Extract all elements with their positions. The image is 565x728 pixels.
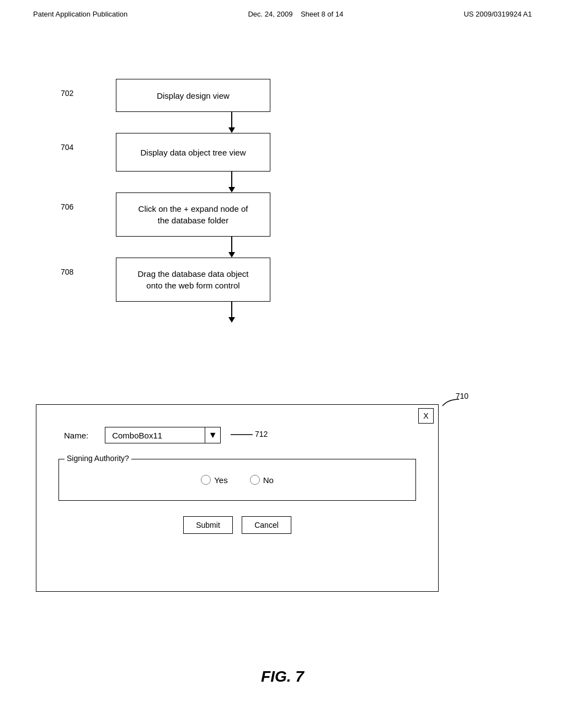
box-702: Display design view xyxy=(116,79,270,112)
box-704: Display data object tree view xyxy=(116,133,270,172)
name-row: Name: ComboBox11 ▼ 712 xyxy=(64,427,438,443)
label-712-line: 712 xyxy=(231,429,264,440)
arrow-4 xyxy=(193,302,270,323)
label-702: 702 xyxy=(61,89,73,98)
node-706-container: 706 Click on the + expand node ofthe dat… xyxy=(99,192,270,237)
header-middle: Dec. 24, 2009 Sheet 8 of 14 xyxy=(248,10,343,18)
combobox-container: ComboBox11 ▼ xyxy=(105,427,221,443)
no-radio[interactable] xyxy=(250,475,260,485)
submit-button[interactable]: Submit xyxy=(183,516,233,534)
node-704-container: 704 Display data object tree view xyxy=(99,133,270,172)
no-radio-label[interactable]: No xyxy=(250,475,274,485)
arrow-1 xyxy=(193,112,270,133)
combobox-dropdown-btn[interactable]: ▼ xyxy=(205,427,220,443)
label-712-text: 712 xyxy=(255,430,268,438)
box-708-text: Drag the database data objectonto the we… xyxy=(138,268,249,291)
figure-caption: FIG. 7 xyxy=(261,668,304,686)
label-712: 712 xyxy=(231,429,264,442)
main-content: 702 Display design view 704 Display data… xyxy=(0,18,565,719)
page-header: Patent Application Publication Dec. 24, … xyxy=(0,0,565,18)
signing-authority-section: Signing Authority? Yes No xyxy=(58,459,416,501)
label-706: 706 xyxy=(61,202,73,211)
radio-group: Yes No xyxy=(70,469,404,490)
header-right: US 2009/0319924 A1 xyxy=(463,10,532,18)
label-704: 704 xyxy=(61,143,73,152)
box-706: Click on the + expand node ofthe databas… xyxy=(116,192,270,237)
arrow-3 xyxy=(193,237,270,258)
sheet-info: Sheet 8 of 14 xyxy=(301,10,343,18)
node-708-container: 708 Drag the database data objectonto th… xyxy=(99,258,270,302)
yes-radio-label[interactable]: Yes xyxy=(201,475,227,485)
button-row: Submit Cancel xyxy=(36,516,438,534)
yes-radio[interactable] xyxy=(201,475,211,485)
close-button[interactable]: X xyxy=(418,408,434,424)
box-706-text: Click on the + expand node ofthe databas… xyxy=(138,203,248,226)
flowchart: 702 Display design view 704 Display data… xyxy=(99,79,270,323)
label-708: 708 xyxy=(61,267,73,276)
signing-authority-label: Signing Authority? xyxy=(65,454,131,463)
label-710-line xyxy=(431,395,470,417)
chevron-down-icon: ▼ xyxy=(209,430,217,440)
name-label: Name: xyxy=(64,431,88,440)
cancel-button[interactable]: Cancel xyxy=(242,516,291,534)
box-708: Drag the database data objectonto the we… xyxy=(116,258,270,302)
header-left: Patent Application Publication xyxy=(33,10,127,18)
node-702-container: 702 Display design view xyxy=(99,79,270,112)
combobox-value: ComboBox11 xyxy=(105,431,205,440)
arrow-2 xyxy=(193,172,270,192)
dialog-box: 710 X Name: ComboBox11 ▼ 712 xyxy=(36,404,439,592)
